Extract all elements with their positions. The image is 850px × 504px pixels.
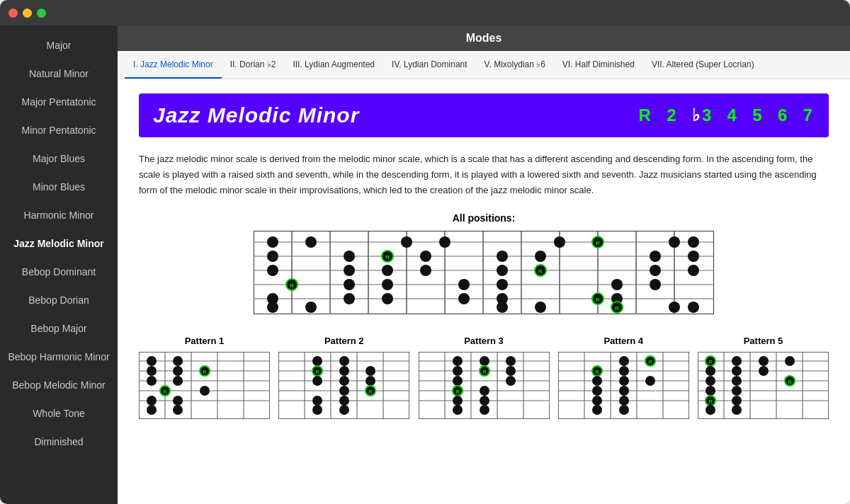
svg-text:R: R [385,254,390,260]
close-button[interactable] [8,8,18,18]
svg-point-104 [339,356,349,366]
svg-point-184 [785,356,795,366]
svg-text:R: R [596,240,600,246]
svg-point-18 [305,236,317,248]
pattern-5-fretboard: R R [698,352,829,419]
sidebar-item-jazz-melodic-minor[interactable]: Jazz Melodic Minor [0,229,118,258]
pattern-2-block: Pattern 2 [278,336,409,419]
svg-point-137 [506,376,516,386]
svg-point-51 [650,279,661,290]
svg-text:R: R [788,379,791,384]
svg-point-167 [619,396,629,406]
minimize-button[interactable] [23,8,32,18]
sidebar-item-major-pentatonic[interactable]: Major Pentatonic [0,88,118,116]
mode-tab-dorian-b2[interactable]: II. Dorian ♭2 [222,51,285,79]
svg-text:R: R [596,297,600,303]
svg-point-27 [344,251,355,262]
svg-point-79 [173,356,183,366]
svg-point-141 [453,396,463,406]
sidebar-item-minor-pentatonic[interactable]: Minor Pentatonic [0,116,118,144]
svg-point-189 [732,376,742,386]
pattern-2-fretboard: R R [278,352,409,419]
svg-point-103 [312,356,322,366]
pattern-4-block: Pattern 4 [558,336,689,419]
svg-point-116 [339,396,349,406]
svg-text:R: R [708,360,712,365]
svg-point-31 [497,251,508,262]
svg-rect-0 [254,231,714,314]
sidebar-item-diminished[interactable]: Diminished [0,428,118,456]
svg-point-135 [506,366,516,376]
svg-point-84 [147,376,157,386]
sidebar-item-whole-tone[interactable]: Whole Tone [0,399,118,428]
svg-point-108 [366,366,375,376]
svg-point-34 [688,251,699,262]
svg-point-43 [688,265,699,276]
svg-text:R: R [316,370,319,374]
svg-point-92 [173,405,183,415]
mode-tab-half-diminished[interactable]: VI. Half Diminished [554,51,643,79]
sidebar-item-bebop-dorian[interactable]: Bebop Dorian [0,286,118,314]
sidebar-item-bebop-major[interactable]: Bebop Major [0,314,118,343]
svg-point-89 [147,396,157,406]
svg-point-187 [759,366,769,376]
titlebar [0,0,850,25]
svg-point-169 [619,405,629,415]
svg-rect-68 [139,352,270,419]
sidebar-item-natural-minor[interactable]: Natural Minor [0,59,118,88]
pattern-4-fretboard: R R [558,352,689,419]
svg-point-50 [611,279,623,290]
svg-point-143 [453,405,463,415]
mode-tab-jazz-melodic-minor[interactable]: I. Jazz Melodic Minor [125,51,222,79]
scale-header: Jazz Melodic Minor R 2 ♭3 4 5 6 7 [139,93,829,137]
svg-text:R: R [369,389,373,394]
mode-tab-lydian-augmented[interactable]: III. Lydian Augmented [284,51,383,79]
svg-point-49 [497,279,508,290]
svg-point-144 [480,405,489,415]
modes-nav: I. Jazz Melodic MinorII. Dorian ♭2III. L… [118,51,850,79]
svg-point-78 [147,356,157,366]
svg-text:R: R [290,282,294,289]
sidebar-item-major-blues[interactable]: Major Blues [0,144,118,173]
svg-point-160 [619,366,629,376]
svg-point-88 [200,386,210,396]
svg-point-136 [453,376,463,386]
sidebar-item-bebop-melodic-minor[interactable]: Bebop Melodic Minor [0,371,118,399]
maximize-button[interactable] [37,8,46,18]
svg-point-111 [366,376,375,386]
svg-point-196 [732,396,742,406]
svg-text:R: R [455,389,459,394]
scale-description: The jazz melodic minor scale is derived … [139,151,829,198]
svg-point-30 [420,251,431,262]
svg-point-53 [344,293,355,304]
svg-text:R: R [615,305,619,311]
svg-point-39 [497,265,508,276]
svg-point-38 [420,265,431,276]
svg-point-163 [645,376,655,386]
svg-point-168 [592,405,602,415]
mode-tab-altered[interactable]: VII. Altered (Super Locrian) [643,51,763,79]
mode-tab-mixolydian-b6[interactable]: V. Mixolydian ♭6 [476,51,554,79]
sidebar-item-bebop-dominant[interactable]: Bebop Dominant [0,258,118,286]
svg-point-32 [535,251,546,262]
svg-point-42 [650,265,661,276]
sidebar-item-harmonic-minor[interactable]: Harmonic Minor [0,201,118,229]
svg-point-20 [439,236,450,248]
svg-point-25 [688,236,699,248]
svg-point-112 [339,386,349,396]
svg-text:R: R [538,268,543,275]
svg-point-19 [401,236,412,248]
sidebar-item-minor-blues[interactable]: Minor Blues [0,173,118,201]
svg-point-81 [173,366,183,376]
sidebar-item-bebop-harmonic-minor[interactable]: Bebop Harmonic Minor [0,343,118,371]
fretboard-wide-svg: R R [254,231,714,314]
svg-point-166 [592,396,602,406]
header-bar: Modes [118,25,850,51]
svg-point-46 [344,279,355,290]
mode-tab-lydian-dominant[interactable]: IV. Lydian Dominant [383,51,476,79]
svg-text:R: R [648,360,652,365]
sidebar-item-major[interactable]: Major [0,31,118,59]
svg-point-188 [706,376,715,386]
svg-point-140 [480,386,489,396]
svg-point-55 [458,293,470,304]
